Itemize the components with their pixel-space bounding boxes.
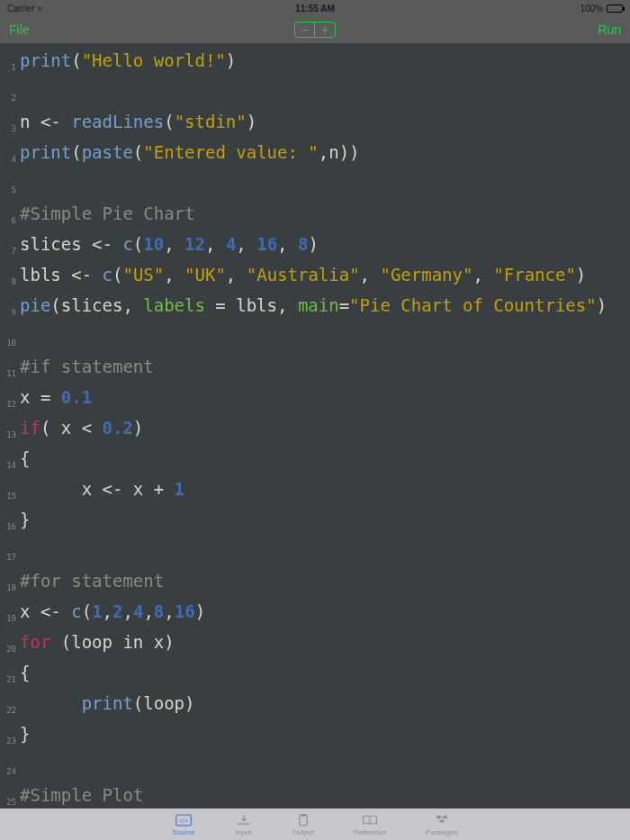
- tab-label: Source: [172, 828, 194, 836]
- line-number: 9: [0, 294, 20, 324]
- line-number: 24: [0, 753, 20, 783]
- tab-packages[interactable]: Packages: [427, 813, 458, 836]
- line-number: 4: [0, 140, 20, 171]
- download-icon: [235, 813, 253, 827]
- svg-text:</>: </>: [179, 817, 188, 824]
- tab-output[interactable]: Output: [292, 813, 314, 836]
- source-icon: </>: [175, 813, 193, 827]
- line-number: 2: [0, 79, 20, 110]
- line-number: 10: [0, 324, 20, 355]
- tab-source[interactable]: </> Source: [172, 813, 194, 836]
- top-toolbar: File − + Run: [0, 16, 630, 43]
- line-number: 17: [0, 538, 20, 569]
- code-line[interactable]: #Simple Plot: [20, 783, 630, 808]
- status-bar: Carrier ᯤ 11:55 AM 100%: [0, 0, 630, 16]
- line-number: 13: [0, 416, 20, 447]
- line-number: 20: [0, 630, 20, 661]
- line-number: 11: [0, 355, 20, 385]
- line-number: 7: [0, 232, 20, 263]
- code-line[interactable]: x <- c(1,2,4,8,16): [20, 600, 630, 630]
- line-number: 23: [0, 722, 20, 753]
- tab-reference[interactable]: Reference: [354, 813, 387, 836]
- line-number: 14: [0, 447, 20, 477]
- code-editor[interactable]: 1 print("Hello world!") 2 3 n <- readLin…: [0, 43, 630, 808]
- code-line[interactable]: pie(slices, labels = lbls, main="Pie Cha…: [20, 294, 630, 324]
- increase-font-button[interactable]: +: [315, 23, 335, 37]
- decrease-font-button[interactable]: −: [295, 23, 315, 37]
- code-line[interactable]: print("Hello world!"): [20, 49, 630, 79]
- code-line[interactable]: if( x < 0.2): [20, 416, 630, 447]
- svg-rect-3: [301, 814, 305, 817]
- code-line[interactable]: x <- x + 1: [20, 477, 630, 508]
- line-number: 18: [0, 569, 20, 600]
- line-number: 3: [0, 110, 20, 140]
- code-line[interactable]: #for statement: [20, 569, 630, 600]
- code-line[interactable]: }: [20, 722, 630, 753]
- code-line[interactable]: print(loop): [20, 691, 630, 722]
- tab-input[interactable]: Input: [235, 813, 253, 836]
- clock: 11:55 AM: [295, 4, 335, 14]
- line-number: 16: [0, 508, 20, 538]
- code-line[interactable]: [20, 171, 630, 202]
- font-size-stepper[interactable]: − +: [294, 22, 336, 38]
- code-line[interactable]: x = 0.1: [20, 385, 630, 416]
- code-line[interactable]: }: [20, 508, 630, 538]
- tab-label: Packages: [427, 828, 458, 836]
- code-line[interactable]: #Simple Pie Chart: [20, 202, 630, 232]
- code-line[interactable]: [20, 538, 630, 569]
- battery-status: 100%: [580, 4, 623, 14]
- code-line[interactable]: for (loop in x): [20, 630, 630, 661]
- tab-label: Output: [292, 828, 314, 836]
- bottom-tabbar: </> Source Input Output Reference Packag…: [0, 808, 630, 840]
- file-button[interactable]: File: [9, 23, 30, 37]
- clipboard-icon: [294, 813, 312, 827]
- code-line[interactable]: lbls <- c("US", "UK", "Australia", "Germ…: [20, 263, 630, 294]
- code-line[interactable]: {: [20, 661, 630, 691]
- code-line[interactable]: slices <- c(10, 12, 4, 16, 8): [20, 232, 630, 263]
- code-line[interactable]: n <- readLines("stdin"): [20, 110, 630, 140]
- run-button[interactable]: Run: [598, 23, 621, 37]
- line-number: 1: [0, 49, 20, 79]
- battery-icon: [607, 5, 623, 13]
- code-line[interactable]: print(paste("Entered value: ",n)): [20, 140, 630, 171]
- svg-rect-2: [299, 815, 306, 826]
- code-line[interactable]: {: [20, 447, 630, 477]
- line-number: 15: [0, 477, 20, 508]
- line-number: 21: [0, 661, 20, 691]
- tab-label: Input: [236, 828, 252, 836]
- wifi-icon: ᯤ: [37, 4, 46, 14]
- line-number: 25: [0, 783, 20, 808]
- line-number: 12: [0, 385, 20, 416]
- code-line[interactable]: [20, 79, 630, 110]
- line-number: 5: [0, 171, 20, 202]
- line-number: 6: [0, 202, 20, 232]
- code-line[interactable]: [20, 324, 630, 355]
- code-line[interactable]: [20, 753, 630, 783]
- dropbox-icon: [433, 813, 451, 827]
- line-number: 8: [0, 263, 20, 294]
- line-number: 22: [0, 691, 20, 722]
- carrier-label: Carrier ᯤ: [7, 4, 46, 14]
- line-number: 19: [0, 600, 20, 630]
- book-icon: [361, 813, 379, 827]
- code-line[interactable]: #if statement: [20, 355, 630, 385]
- tab-label: Reference: [354, 828, 387, 836]
